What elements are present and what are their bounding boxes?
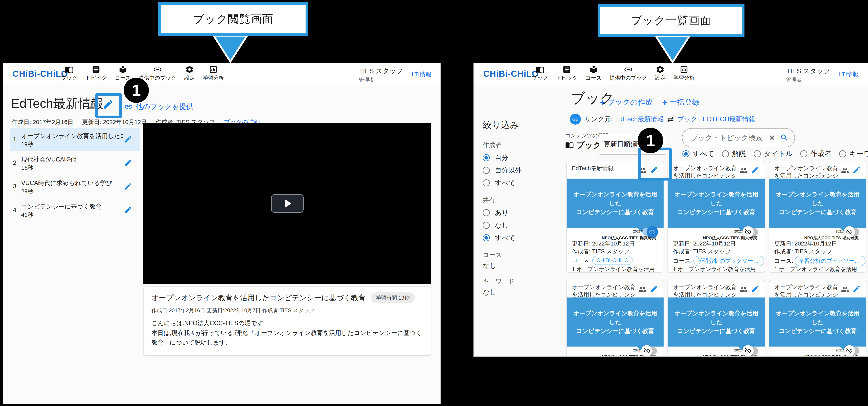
nav-item-コース[interactable]: コース <box>115 65 131 81</box>
edit-book-button[interactable] <box>751 166 760 174</box>
radio-label: すべて <box>495 178 515 188</box>
search-scope-解説[interactable]: 解説 <box>722 149 746 159</box>
edit-book-button[interactable] <box>650 284 658 293</box>
link-source-book[interactable]: EdTech最新情報 <box>616 115 664 124</box>
topic-title: オープンオンライン教育を活用したコンピテンシーに基づく教育 <box>151 293 366 303</box>
filter-radio-なし[interactable]: なし <box>483 219 557 232</box>
nav-item-label: 設定 <box>655 74 665 81</box>
share-link-toggle[interactable] <box>744 228 758 236</box>
provide-other-book-link[interactable]: 他のブックを提供 <box>124 102 193 111</box>
filter-radio-自分以外[interactable]: 自分以外 <box>483 164 557 177</box>
radio-icon <box>483 154 490 161</box>
topic-duration: 19秒 <box>21 140 33 148</box>
nav-item-label: トピック <box>556 74 578 81</box>
search-icon[interactable] <box>780 133 789 142</box>
nav-item-提供中のブック[interactable]: 提供中のブック <box>139 65 177 81</box>
bulk-register-link[interactable]: + 一括登録 <box>662 97 700 107</box>
share-link-toggle[interactable] <box>642 347 657 355</box>
nav-item-学習分析[interactable]: 学習分析 <box>673 65 694 81</box>
share-link-toggle[interactable] <box>845 347 859 355</box>
search-scope-すべて[interactable]: すべて <box>682 149 714 159</box>
book-card[interactable]: オープンオンライン教育を活用したコンピテンシーに基づく教育4オープンオンライン教… <box>668 280 765 357</box>
app-logo[interactable]: CHiBi-CHiLO <box>12 69 68 79</box>
course-chip[interactable]: 学習分析のブックソートテスト <box>795 256 865 266</box>
thumbnail-caption-line: オープンオンライン教育を活用した <box>571 309 659 327</box>
radio-label: あり <box>495 208 508 217</box>
filter-heading: 絞り込み <box>483 119 557 131</box>
lti-info-link[interactable]: LTI情報 <box>412 70 431 78</box>
edit-book-button[interactable] <box>852 284 861 293</box>
clear-search-icon[interactable]: ✕ <box>769 133 775 142</box>
nav-item-ブック[interactable]: ブック <box>61 65 78 81</box>
nav-item-コース[interactable]: コース <box>585 65 601 81</box>
share-link-toggle[interactable] <box>845 228 859 236</box>
radio-icon <box>483 234 490 241</box>
app-header: CHiBi-CHiLO ブックトピックコース提供中のブック設定学習分析 TIES… <box>3 63 440 85</box>
share-link-toggle[interactable] <box>642 228 657 236</box>
nav-item-設定[interactable]: 設定 <box>655 65 665 81</box>
book-card[interactable]: オープンオンライン教育を活用したコンピテンシーに基づく教育5オープンオンライン教… <box>566 280 664 357</box>
book-card-title: オープンオンライン教育を活用したコンピテンシーに基づく教育3 <box>774 283 841 299</box>
nav-item-トピック[interactable]: トピック <box>85 65 107 81</box>
edit-book-button[interactable] <box>102 99 114 110</box>
thumbnail-caption-line: オープンオンライン教育を活用した <box>774 190 861 208</box>
search-scope-タイトル[interactable]: タイトル <box>754 149 793 159</box>
share-link-toggle[interactable] <box>744 347 758 355</box>
nav-item-提供中のブック[interactable]: 提供中のブック <box>610 65 647 81</box>
lti-info-link[interactable]: LTI情報 <box>839 70 859 78</box>
filter-radio-あり[interactable]: あり <box>483 206 557 219</box>
radio-label: キーワード <box>849 149 868 159</box>
nav-item-label: コース <box>585 74 601 81</box>
book-card[interactable]: オープンオンライン教育を活用したコンピテンシーに基づく教育3オープンオンライン教… <box>769 280 866 357</box>
linked-book-name: EDTECH最新情報 <box>703 115 755 124</box>
card-description: 1 オープンオンライン教育を活用したコンピテンシーに基づく教育 2 現代社会:V… <box>572 266 660 273</box>
play-button[interactable] <box>271 194 304 213</box>
nav-item-label: ブック <box>61 74 78 81</box>
screenshot-canvas: ブック閲覧画面 ブック一覧画面 CHiBi-CHiLO ブックトピックコース提供… <box>0 0 868 406</box>
radio-label: タイトル <box>764 149 793 159</box>
course-label: コース: <box>572 257 591 264</box>
search-scope-作成者[interactable]: 作成者 <box>800 149 832 159</box>
topic-list-item[interactable]: 2現代社会:VUCA時代16秒 <box>10 152 140 174</box>
search-input[interactable] <box>690 133 769 142</box>
callout-arrow-down-icon <box>654 36 691 64</box>
radio-icon <box>682 150 689 157</box>
edit-topic-button[interactable] <box>124 135 132 144</box>
nav-item-設定[interactable]: 設定 <box>184 65 195 81</box>
card-course-row: コース:CHiBi-CHiLO <box>572 256 632 265</box>
edit-book-button[interactable] <box>852 166 861 174</box>
content-type: ブック <box>565 139 601 150</box>
radio-label: 解説 <box>732 149 746 159</box>
edit-topic-button[interactable] <box>124 159 132 167</box>
filter-radio-自分[interactable]: 自分 <box>483 151 557 164</box>
filter-radio-すべて[interactable]: すべて <box>483 232 557 244</box>
topic-list-item[interactable]: 1オープンオンライン教育を活用したコ…19秒 <box>10 128 140 151</box>
app-logo[interactable]: CHiBi-CHiLO <box>483 69 539 79</box>
video-player[interactable] <box>143 123 431 284</box>
book-icon <box>535 65 545 74</box>
search-scope-キーワード[interactable]: キーワード <box>839 149 868 159</box>
book-card[interactable]: オープンオンライン教育を活用したコンピテンシーに基づく教育7オープンオンライン教… <box>668 161 765 273</box>
link-source-label: リンク元: <box>584 115 613 124</box>
edit-book-button[interactable] <box>751 284 760 293</box>
topic-list-item[interactable]: 3VUCA時代に求められている学び29秒 <box>10 175 140 198</box>
nav-item-トピック[interactable]: トピック <box>556 65 578 81</box>
thumbnail-caption-line: オープンオンライン教育を活用した <box>774 309 861 327</box>
keyword-filter-value: なし <box>483 288 557 297</box>
course-chip[interactable]: CHiBi-CHiLO <box>592 256 632 265</box>
plus-icon: + <box>662 97 668 107</box>
topic-list-item[interactable]: 4コンピテンシーに基づく教育41秒 <box>10 199 140 222</box>
edit-topic-button[interactable] <box>124 182 132 191</box>
filter-radio-すべて[interactable]: すべて <box>483 177 557 189</box>
course-chip[interactable]: 学習分析のブックソートテスト <box>693 256 764 266</box>
collaborators-icon <box>639 285 647 294</box>
nav-item-学習分析[interactable]: 学習分析 <box>203 65 224 81</box>
edit-topic-button[interactable] <box>124 206 132 214</box>
course-label: コース: <box>774 257 793 265</box>
book-card[interactable]: オープンオンライン教育を活用したコンピテンシーに基づく教育6オープンオンライン教… <box>769 161 866 273</box>
topic-duration: 29秒 <box>21 188 33 196</box>
create-book-link[interactable]: + ブックの作成 <box>600 97 653 107</box>
nav-item-ブック[interactable]: ブック <box>532 65 548 81</box>
filter-group-label: 作成者 <box>483 141 557 149</box>
thumbnail-caption-line: オープンオンライン教育を活用した <box>571 190 659 208</box>
